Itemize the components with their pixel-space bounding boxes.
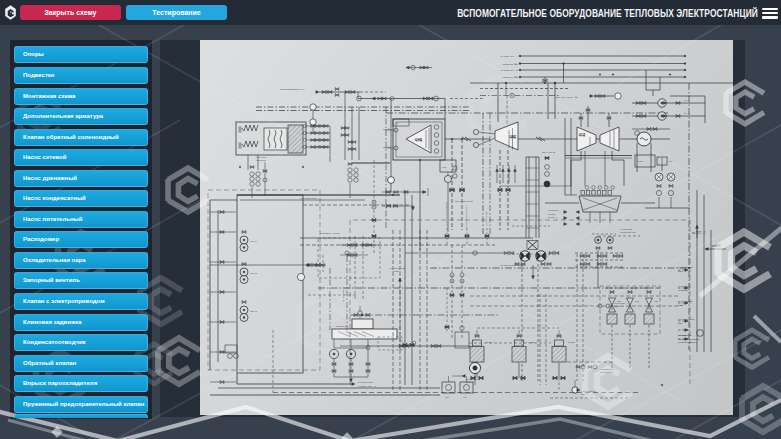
- svg-text:(реактор): (реактор): [678, 289, 689, 292]
- svg-text:на хим. очистку: на хим. очистку: [342, 288, 344, 302]
- svg-text:ПНД-3: ПНД-3: [528, 341, 535, 343]
- svg-text:СЭН-1: СЭН-1: [250, 240, 257, 242]
- svg-text:систему ВЗК: систему ВЗК: [600, 371, 614, 373]
- svg-text:ПСГ - 3: ПСГ - 3: [581, 393, 589, 395]
- svg-text:КЭН: КЭН: [445, 396, 450, 398]
- svg-text:для производства ПАР: для производства ПАР: [280, 88, 305, 90]
- svg-text:сетевую: сетевую: [548, 213, 556, 215]
- svg-text:на аварийную: на аварийную: [600, 368, 615, 370]
- svg-text:КрД: КрД: [617, 300, 621, 302]
- svg-text:пар. соб. на ПС - №: пар. соб. на ПС - №: [556, 96, 578, 98]
- svg-text:пар с уплотнений: пар с уплотнений: [455, 200, 474, 202]
- svg-text:из к.№1: из к.№1: [383, 146, 392, 148]
- svg-text:в ПСЖ: в ПСЖ: [614, 305, 621, 307]
- svg-text:обратная №1: обратная №1: [502, 63, 518, 66]
- svg-text:на прогрев паропровода: на прогрев паропровода: [445, 201, 447, 226]
- svg-text:на уплотнения: на уплотнения: [485, 212, 487, 226]
- svg-text:обратная №2: обратная №2: [502, 76, 518, 79]
- svg-text:изм. на ПС-№: изм. на ПС-№: [542, 151, 556, 153]
- svg-text:РОУ: РОУ: [668, 160, 673, 162]
- svg-text:из к.№2: из к.№2: [383, 128, 392, 130]
- svg-text:турбины ПСГ - 3: турбины ПСГ - 3: [358, 385, 376, 387]
- svg-text:управления (МУ): управления (МУ): [620, 231, 637, 233]
- svg-text:КЭН: КЭН: [463, 396, 468, 398]
- svg-text:СЭН-3: СЭН-3: [250, 310, 257, 312]
- svg-text:в конденсатор: в конденсатор: [581, 390, 596, 392]
- svg-text:ПНД-4: ПНД-4: [486, 341, 493, 343]
- svg-text:ЦВД: ЦВД: [510, 135, 517, 139]
- svg-text:КНА: КНА: [395, 122, 400, 124]
- svg-text:КрД: КрД: [654, 300, 658, 302]
- svg-text:на открытие: на открытие: [614, 302, 626, 304]
- svg-text:в конденсатор: в конденсатор: [358, 381, 374, 383]
- svg-text:на тепл. СН - А: на тепл. СН - А: [500, 55, 518, 58]
- svg-text:ПНД-2: ПНД-2: [568, 341, 575, 343]
- svg-text:КрД: КрД: [635, 300, 639, 302]
- svg-text:КСН: КСН: [442, 166, 447, 169]
- svg-text:конд. воды: конд. воды: [256, 156, 267, 158]
- svg-text:на уплотнения турбины: на уплотнения турбины: [500, 264, 524, 266]
- svg-text:на тепл. СН - Б: на тепл. СН - Б: [500, 69, 518, 72]
- svg-text:ЦСД: ЦСД: [579, 133, 585, 137]
- svg-text:ЦНД: ЦНД: [415, 138, 423, 142]
- svg-text:ПВД: ПВД: [678, 304, 683, 307]
- svg-text:из прогрева резервного: из прогрева резервного: [465, 204, 467, 228]
- svg-text:из уплотнений: из уплотнений: [390, 267, 405, 269]
- svg-text:в конденсатор: в конденсатор: [466, 378, 480, 380]
- svg-text:СЭН-2: СЭН-2: [250, 272, 257, 274]
- svg-text:ПСГ - 3: ПСГ - 3: [466, 381, 474, 383]
- svg-text:турбины: турбины: [392, 270, 401, 272]
- svg-text:турбогенератора: турбогенератора: [678, 341, 697, 344]
- svg-text:возб.: возб.: [638, 160, 644, 162]
- svg-text:на ПСГ - 1: на ПСГ - 1: [692, 231, 706, 235]
- svg-text:в обратную: в обратную: [548, 209, 559, 211]
- svg-text:из ПСГ - 1: из ПСГ - 1: [548, 216, 558, 218]
- svg-text:из промёжут. отбора: из промёжут. отбора: [320, 232, 341, 234]
- svg-text:ВЗК: ВЗК: [678, 322, 683, 325]
- svg-text:деаэратор: деаэратор: [336, 325, 347, 327]
- svg-text:из ВЗК: из ВЗК: [712, 244, 721, 248]
- svg-text:на впрыск: на впрыск: [256, 159, 266, 161]
- svg-text:с переходом: с переходом: [620, 228, 633, 230]
